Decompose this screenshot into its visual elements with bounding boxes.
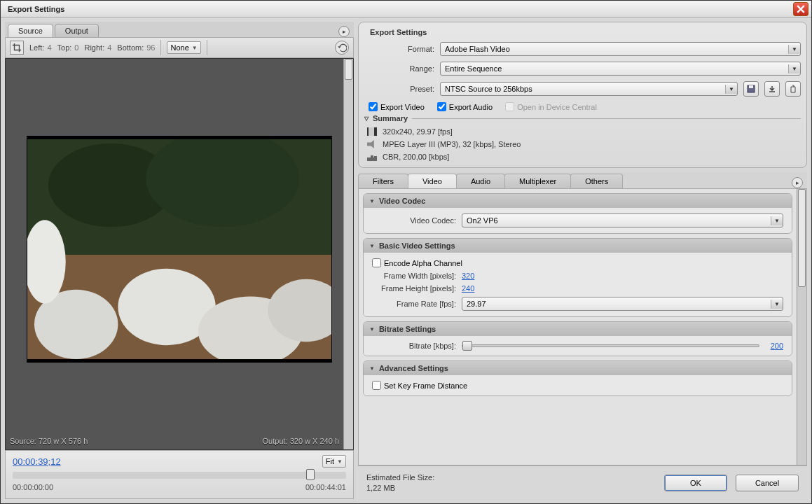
preset-select[interactable]: NTSC Source to 256kbps▼	[440, 82, 738, 96]
summary-heading[interactable]: ▽ Summary	[364, 111, 801, 125]
crop-toolbar: Left:4 Top:0 Right:4 Bottom:96 None▼	[5, 37, 354, 58]
basic-video-heading[interactable]: ▼Basic Video Settings	[364, 239, 792, 253]
preview-output-info: Output: 320 w X 240 h	[263, 437, 339, 445]
export-settings-window: Export Settings Source Output ▸ Left:4 T…	[0, 0, 812, 504]
range-select[interactable]: Entire Sequence▼	[440, 62, 801, 76]
export-video-checkbox[interactable]: Export Video	[369, 102, 425, 111]
crop-aspect-select[interactable]: None▼	[167, 41, 200, 54]
svg-rect-10	[27, 136, 331, 139]
frame-width-value[interactable]: 320	[462, 272, 474, 280]
summary-audio: MPEG Layer III (MP3), 32 [kbps], Stereo	[383, 140, 521, 148]
tab-multiplexer[interactable]: Multiplexer	[504, 174, 571, 188]
tab-others[interactable]: Others	[570, 174, 623, 188]
video-codec-select[interactable]: On2 VP6▼	[462, 214, 783, 227]
svg-rect-11	[27, 359, 331, 362]
right-pane: Export Settings Format: Adobe Flash Vide…	[358, 22, 807, 499]
preview-flyout-button[interactable]: ▸	[338, 26, 350, 37]
dialog-body: Source Output ▸ Left:4 Top:0 Right:4 Bot…	[1, 18, 811, 503]
video-codec-value: On2 VP6	[467, 216, 498, 225]
bitrate-slider-thumb[interactable]	[462, 341, 472, 351]
delete-preset-button[interactable]	[785, 81, 801, 97]
crop-top[interactable]: Top:0	[57, 43, 79, 52]
window-title: Export Settings	[4, 5, 793, 13]
export-audio-checkbox[interactable]: Export Audio	[437, 102, 493, 111]
preview-tab-strip: Source Output ▸	[5, 22, 354, 37]
zoom-fit-value: Fit	[326, 457, 334, 465]
crop-bottom-value[interactable]: 96	[146, 43, 155, 52]
frame-width-label: Frame Width [pixels]:	[372, 272, 456, 280]
frame-rate-label: Frame Rate [fps]:	[372, 300, 456, 308]
timecode-display[interactable]: 00:00:39;12	[13, 456, 61, 467]
timeline-start: 00:00:00:00	[13, 483, 53, 491]
bitrate-section: ▼Bitrate Settings Bitrate [kbps]: 200	[363, 321, 792, 356]
crop-left[interactable]: Left:4	[29, 43, 52, 52]
video-codec-label: Video Codec:	[372, 216, 456, 225]
estimated-size-value: 1,22 MB	[366, 483, 434, 493]
close-button[interactable]	[793, 2, 808, 16]
frame-height-value[interactable]: 240	[462, 284, 474, 293]
range-value: Entire Sequence	[445, 64, 502, 73]
preview-scrollbar[interactable]	[343, 59, 353, 449]
settings-scrollbar[interactable]	[797, 189, 806, 465]
tab-source[interactable]: Source	[8, 24, 53, 37]
video-codec-section: ▼Video Codec Video Codec: On2 VP6▼	[363, 193, 792, 234]
cancel-button[interactable]: Cancel	[736, 475, 799, 491]
video-codec-heading[interactable]: ▼Video Codec	[364, 194, 792, 208]
range-label: Range:	[364, 64, 434, 73]
estimated-size: Estimated File Size: 1,22 MB	[366, 472, 434, 493]
crop-bottom[interactable]: Bottom:96	[117, 43, 155, 52]
summary-list: 320x240, 29.97 [fps] MPEG Layer III (MP3…	[364, 125, 801, 163]
bitrate-heading[interactable]: ▼Bitrate Settings	[364, 322, 792, 336]
bitrate-label: Bitrate [kbps]:	[372, 342, 456, 350]
svg-rect-13	[749, 85, 753, 88]
format-label: Format:	[364, 45, 434, 53]
frame-rate-value: 29.97	[467, 300, 486, 308]
tab-video[interactable]: Video	[408, 174, 457, 188]
crop-top-value[interactable]: 0	[74, 43, 78, 52]
titlebar: Export Settings	[1, 1, 811, 18]
basic-video-section: ▼Basic Video Settings Encode Alpha Chann…	[363, 238, 792, 317]
settings-tab-strip: Filters Video Audio Multiplexer Others ▸	[358, 172, 807, 189]
zoom-fit-select[interactable]: Fit▼	[322, 455, 346, 468]
speaker-icon	[367, 140, 377, 148]
summary-label: Summary	[373, 114, 408, 122]
tab-output[interactable]: Output	[55, 24, 99, 37]
advanced-heading[interactable]: ▼Advanced Settings	[364, 361, 792, 375]
tab-audio[interactable]: Audio	[456, 174, 505, 188]
bitrate-slider[interactable]	[462, 344, 759, 347]
format-select[interactable]: Adobe Flash Video▼	[440, 42, 801, 56]
summary-video: 320x240, 29.97 [fps]	[383, 127, 453, 136]
crop-left-value[interactable]: 4	[47, 43, 51, 52]
timeline-scrubber[interactable]	[13, 472, 346, 479]
crop-right[interactable]: Right:4	[84, 43, 111, 52]
crop-apply-button[interactable]	[335, 41, 349, 55]
encode-alpha-checkbox[interactable]: Encode Alpha Channel	[372, 258, 783, 267]
ok-button[interactable]: OK	[664, 475, 727, 491]
crop-icon[interactable]	[10, 41, 24, 55]
frame-rate-select[interactable]: 29.97▼	[462, 297, 783, 311]
bitrate-value[interactable]: 200	[771, 342, 783, 350]
advanced-section: ▼Advanced Settings Set Key Frame Distanc…	[363, 360, 792, 396]
settings-flyout-button[interactable]: ▸	[792, 177, 803, 188]
export-settings-heading: Export Settings	[364, 27, 801, 39]
export-audio-label: Export Audio	[449, 103, 493, 111]
summary-bitrate: CBR, 200,00 [kbps]	[383, 153, 449, 161]
crop-left-label: Left:	[29, 43, 44, 52]
preset-label: Preset:	[364, 85, 434, 93]
crop-right-value[interactable]: 4	[107, 43, 111, 52]
import-preset-button[interactable]	[764, 81, 780, 97]
tab-filters[interactable]: Filters	[358, 174, 408, 188]
frame-height-label: Frame Height [pixels]:	[372, 284, 456, 293]
crop-bottom-label: Bottom:	[117, 43, 144, 52]
left-pane: Source Output ▸ Left:4 Top:0 Right:4 Bot…	[5, 22, 354, 499]
chart-icon	[367, 153, 377, 161]
set-keyframe-checkbox[interactable]: Set Key Frame Distance	[372, 381, 783, 390]
preview-image	[27, 136, 332, 363]
playhead[interactable]	[306, 469, 315, 480]
save-preset-button[interactable]	[743, 81, 759, 97]
crop-right-label: Right:	[84, 43, 104, 52]
estimated-size-label: Estimated File Size:	[366, 472, 434, 482]
open-device-label: Open in Device Central	[517, 103, 597, 111]
settings-body: ▼Video Codec Video Codec: On2 VP6▼ ▼Basi…	[358, 189, 807, 465]
set-keyframe-label: Set Key Frame Distance	[384, 382, 467, 390]
